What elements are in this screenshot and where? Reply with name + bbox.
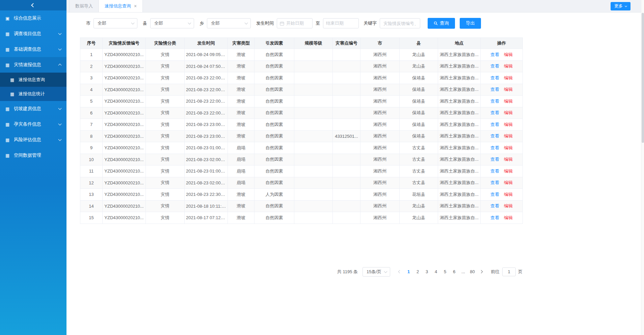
cell-city: 湘西州 <box>360 107 400 119</box>
cell-occur_time: 2021-08-24 07:50:00 <box>185 60 228 72</box>
view-link[interactable]: 查看 <box>490 180 499 185</box>
view-link[interactable]: 查看 <box>490 145 499 150</box>
cell-actions: 查看编辑 <box>481 84 523 96</box>
edit-link[interactable]: 编辑 <box>504 63 513 69</box>
sidebar-item-spatial-data-management[interactable]: ▦空间数据管理 <box>0 148 66 163</box>
view-link[interactable]: 查看 <box>490 75 499 80</box>
table-icon: ▦ <box>5 32 11 36</box>
edit-link[interactable]: 编辑 <box>504 87 513 92</box>
cell-no: 11 <box>80 165 103 177</box>
scrollbar-thumb[interactable] <box>642 13 644 143</box>
table-icon: ▦ <box>5 107 11 111</box>
edit-link[interactable]: 编辑 <box>504 203 513 208</box>
edit-link[interactable]: 编辑 <box>504 192 513 197</box>
sidebar-collapse-button[interactable] <box>0 0 66 10</box>
end-date-input[interactable]: 结束日期 <box>323 18 359 28</box>
edit-link[interactable]: 编辑 <box>504 169 513 174</box>
sidebar-item-label: 基础调查信息 <box>14 46 59 52</box>
view-link[interactable]: 查看 <box>490 157 499 162</box>
cell-disaster_type: 滑坡 <box>228 96 254 107</box>
edit-link[interactable]: 编辑 <box>504 75 513 80</box>
keyword-input[interactable] <box>380 18 420 28</box>
page-button-4[interactable]: 4 <box>431 269 440 274</box>
view-link[interactable]: 查看 <box>490 122 499 127</box>
township-select[interactable]: 全部 <box>207 18 251 28</box>
sidebar-item-survey-project-info[interactable]: ▦调查项目信息 <box>0 26 66 42</box>
cell-city: 湘西州 <box>360 154 400 165</box>
magnifier-icon <box>434 21 438 25</box>
cell-county: 龙山县 <box>400 212 438 224</box>
sidebar-item-disaster-report-info[interactable]: ▦灾情速报信息 <box>0 57 66 73</box>
cell-disaster_type: 崩塌 <box>228 154 254 165</box>
view-link[interactable]: 查看 <box>490 192 499 197</box>
prev-page-button[interactable] <box>396 270 404 273</box>
tab-data-import[interactable]: 数据导入 <box>69 0 99 12</box>
cell-no: 2 <box>80 60 103 72</box>
view-link[interactable]: 查看 <box>490 133 499 138</box>
edit-link[interactable]: 编辑 <box>504 52 513 57</box>
sidebar-item-risk-assessment-info[interactable]: ▦风险评估信息 <box>0 132 66 148</box>
cell-county: 古丈县 <box>400 154 438 165</box>
edit-link[interactable]: 编辑 <box>504 122 513 127</box>
sidebar-item-slope-housing-info[interactable]: ▦切坡建房信息 <box>0 101 66 117</box>
cell-actions: 查看编辑 <box>481 212 523 224</box>
page-button-6[interactable]: 6 <box>450 269 459 274</box>
view-link[interactable]: 查看 <box>490 52 499 57</box>
view-link[interactable]: 查看 <box>490 99 499 104</box>
page-button-1[interactable]: 1 <box>404 269 413 274</box>
cell-point_no <box>333 96 360 107</box>
cell-cause: 自然因素 <box>254 177 294 189</box>
sidebar-item-basic-survey-info[interactable]: ▦基础调查信息 <box>0 42 66 57</box>
county-select[interactable]: 全部 <box>150 18 194 28</box>
view-link[interactable]: 查看 <box>490 87 499 92</box>
start-date-input[interactable]: 开始日期 <box>277 18 313 28</box>
edit-link[interactable]: 编辑 <box>504 157 513 162</box>
sidebar-item-report-info-query[interactable]: ▦速报信息查询 <box>0 73 66 87</box>
cell-point_no <box>333 177 360 189</box>
sidebar-item-hazard-condition-info[interactable]: ▦孕灾条件信息 <box>0 117 66 132</box>
edit-link[interactable]: 编辑 <box>504 99 513 104</box>
view-link[interactable]: 查看 <box>490 110 499 115</box>
view-link[interactable]: 查看 <box>490 169 499 174</box>
start-date-placeholder: 开始日期 <box>286 20 304 26</box>
cell-county: 花垣县 <box>400 189 438 201</box>
query-button[interactable]: 查询 <box>428 18 455 29</box>
edit-link[interactable]: 编辑 <box>504 145 513 150</box>
page-size-select[interactable]: 15条/页 <box>363 267 390 277</box>
table-row: 5YZD43000020210...灾情2021-08-23 22:00:00滑… <box>80 96 523 107</box>
export-button[interactable]: 导出 <box>460 18 481 29</box>
cell-county: 龙山县 <box>400 49 438 61</box>
edit-link[interactable]: 编辑 <box>504 180 513 185</box>
calendar-icon <box>280 21 284 26</box>
more-button[interactable]: 更多 <box>611 2 630 10</box>
sidebar-item-report-info-stats[interactable]: ▦速报信息统计 <box>0 87 66 101</box>
edit-link[interactable]: 编辑 <box>504 110 513 115</box>
cell-location: 湘西土家族苗族自... <box>438 72 481 84</box>
next-page-button[interactable] <box>477 270 485 273</box>
cell-city: 湘西州 <box>360 96 400 107</box>
cell-disaster_type: 滑坡 <box>228 107 254 119</box>
page-button-5[interactable]: 5 <box>440 269 450 274</box>
tab-report-info-query[interactable]: 速报信息查询× <box>99 0 143 12</box>
cell-point_no <box>333 200 360 212</box>
total-count: 共 1195 条 <box>337 269 358 275</box>
goto-page-input[interactable] <box>502 267 516 276</box>
cell-county: 保靖县 <box>400 84 438 96</box>
sidebar-item-comprehensive-info-display[interactable]: ▣综合信息展示 <box>0 10 66 26</box>
view-link[interactable]: 查看 <box>490 63 499 69</box>
close-icon[interactable]: × <box>134 4 137 8</box>
edit-link[interactable]: 编辑 <box>504 215 513 220</box>
page-button-3[interactable]: 3 <box>422 269 431 274</box>
view-link[interactable]: 查看 <box>490 203 499 208</box>
page-ellipsis[interactable]: ... <box>459 269 468 274</box>
cell-category: 灾情 <box>146 84 185 96</box>
cell-disaster_type: 崩塌 <box>228 142 254 154</box>
cell-county: 古丈县 <box>400 165 438 177</box>
scrollbar[interactable] <box>641 0 644 335</box>
edit-link[interactable]: 编辑 <box>504 133 513 138</box>
city-select[interactable]: 全部 <box>93 18 137 28</box>
page-button-80[interactable]: 80 <box>468 269 477 274</box>
cell-cause: 自然因素 <box>254 165 294 177</box>
view-link[interactable]: 查看 <box>490 215 499 220</box>
page-button-2[interactable]: 2 <box>413 269 422 274</box>
